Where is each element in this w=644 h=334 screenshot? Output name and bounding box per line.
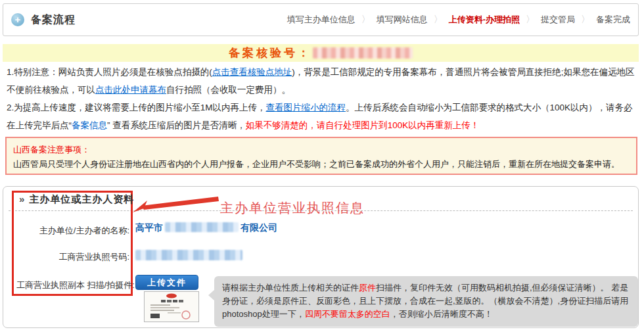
tip-text: 请根据主办单位性质上传相关的证件	[222, 283, 359, 293]
tip-text: ，否则缩小后清晰度不高！	[390, 309, 493, 319]
filing-info-link[interactable]: 备案信息	[72, 120, 107, 130]
tip-margin-red-text: 四周不要留太多的空白	[305, 309, 390, 319]
note-1-text: 自行拍照（会收取一定费用）。	[166, 85, 290, 95]
upload-tip-box: 请根据主办单位性质上传相关的证件原件扫描件，复印件无效（可用数码相机拍摄,但必须…	[214, 276, 638, 327]
note-2-warning-text: 如果不够清楚的，请自行处理图片到100K以内再重新上传！	[246, 120, 480, 130]
license-thumbnail[interactable]	[144, 291, 199, 322]
shanxi-notice-box: 山西备案注意事项： 山西管局只受理个人身份证注册地在山西省内的个人用户报备，企业…	[5, 137, 637, 175]
annotation-business-license-info: 主办单位营业执照信息	[220, 199, 365, 217]
section-title-text: 主办单位或主办人资料	[29, 193, 134, 204]
step-fill-website-info[interactable]: 填写网站信息	[377, 14, 428, 26]
license-number-label: 工商营业执照号码:	[16, 251, 129, 263]
shanxi-notice-title: 山西备案注意事项：	[13, 143, 630, 157]
note-1: 1.特别注意：网站负责人照片必须是在核验点拍摄的(点击查看核验点地址)，背景是工…	[7, 63, 636, 99]
verification-number-label: 备案核验号：	[229, 45, 311, 60]
organizer-name-suffix: 有限公司	[241, 222, 277, 233]
note-2-text: 2.为提高上传速度，建议将需要上传的图片缩小至1M以内再上传，	[7, 103, 266, 112]
chevron-separator-icon	[581, 14, 590, 26]
upload-file-button[interactable]: 上传文件	[135, 275, 198, 290]
redacted-organizer-name	[165, 222, 239, 232]
section-title: »主办单位或主办人资料	[19, 193, 134, 206]
shanxi-notice-body: 山西管局只受理个人身份证注册地在山西省内的个人用户报备，企业用户不受影响；之前已…	[13, 157, 630, 172]
step-filing-complete[interactable]: 备案完成	[596, 14, 630, 26]
page-title: 备案流程	[31, 13, 76, 27]
chevron-separator-icon	[526, 14, 535, 26]
step-submit-authority[interactable]: 提交管局	[541, 14, 575, 26]
chevron-separator-icon	[361, 14, 371, 26]
license-number-value	[135, 250, 242, 262]
organizer-info-section: »主办单位或主办人资料 主办单位营业执照信息 主办单位/主办者的名称: 高平市有…	[3, 186, 639, 328]
filing-process-header: 备案流程 填写主办单位信息 填写网站信息 上传资料-办理拍照 提交管局 备案完成	[3, 3, 639, 36]
verification-number-banner: 备案核验号：	[3, 44, 639, 62]
view-shrink-process-link[interactable]: 查看图片缩小的流程	[266, 103, 346, 112]
license-thumbnail-image	[145, 293, 198, 321]
breadcrumb: 填写主办单位信息 填写网站信息 上传资料-办理拍照 提交管局 备案完成	[287, 14, 638, 26]
step-upload-materials-active[interactable]: 上传资料-办理拍照	[449, 14, 520, 26]
note-2: 2.为提高上传速度，建议将需要上传的图片缩小至1M以内再上传，查看图片缩小的流程…	[7, 99, 636, 134]
note-1-text: 1.特别注意：网站负责人照片必须是在核验点拍摄的(	[7, 67, 212, 77]
view-verification-point-link[interactable]: 点击查看核验点地址	[212, 67, 292, 77]
section-marker-icon: »	[19, 193, 25, 204]
tip-original-red-text: 原件	[359, 283, 376, 293]
red-arrow-icon	[132, 195, 221, 214]
organizer-name-label: 主办单位/主办者的名称:	[16, 225, 129, 237]
redacted-verification-number	[313, 47, 413, 59]
upload-notes: 1.特别注意：网站负责人照片必须是在核验点拍摄的(点击查看核验点地址)，背景是工…	[7, 63, 636, 134]
apply-backdrop-link[interactable]: 点击此处申请幕布	[95, 85, 166, 95]
note-2-text: 查看系统压缩后的图片是否清晰，	[110, 120, 246, 130]
organizer-name-prefix: 高平市	[135, 222, 163, 233]
license-copy-label: 工商营业执照副本 扫描/拍摄件:	[16, 279, 129, 291]
organizer-name-value: 高平市有限公司	[135, 222, 277, 234]
chevron-separator-icon	[434, 14, 443, 26]
redacted-license-number	[135, 250, 242, 260]
plus-icon	[11, 13, 24, 26]
step-fill-organizer-info[interactable]: 填写主办单位信息	[287, 14, 356, 26]
